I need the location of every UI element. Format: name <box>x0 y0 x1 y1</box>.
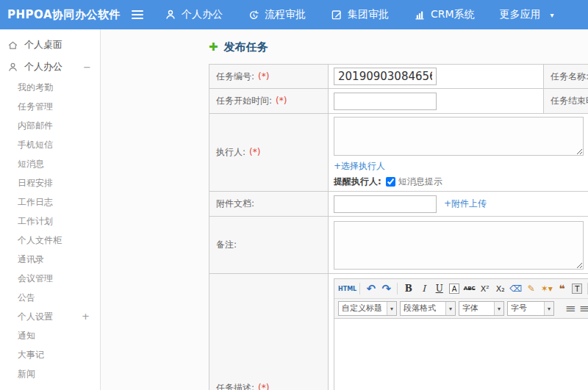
bold-button[interactable]: B <box>401 281 416 297</box>
blockquote-button[interactable]: ❝ <box>554 281 570 297</box>
required-mark: (*) <box>276 95 287 106</box>
nav-item-personal-office[interactable]: 个人办公 <box>165 8 223 21</box>
form-row-task-number: 任务编号:(*) 任务名称:(*) <box>209 65 588 89</box>
sidebar-item-label: 公告 <box>18 288 90 307</box>
font-style-button[interactable]: A <box>449 284 459 294</box>
underline-button[interactable]: U <box>431 281 447 297</box>
sidebar-item-mobile-sms[interactable]: 手机短信 <box>0 135 100 154</box>
italic-button[interactable]: I <box>416 281 431 297</box>
sidebar-item-label: 通讯录 <box>18 250 90 269</box>
editor-content-area[interactable] <box>334 319 588 390</box>
expand-icon[interactable]: + <box>82 307 90 326</box>
sidebar-item-label: 会议管理 <box>18 269 90 288</box>
attachment-upload-link[interactable]: +附件上传 <box>444 198 487 210</box>
attachment-input[interactable] <box>334 195 437 213</box>
paste-plain-button[interactable]: T <box>572 284 582 294</box>
sidebar-item-label: 个人文件柜 <box>18 231 90 250</box>
page-layout: 个人桌面 个人办公 − 我的考勤 任务管理 <box>0 29 588 390</box>
custom-title-select[interactable]: 自定义标题 <box>338 301 397 316</box>
editor-dropdowns: 自定义标题 段落格式 <box>338 301 554 316</box>
sidebar-item-label: 短消息 <box>18 154 90 173</box>
remove-format-button[interactable]: ⌫ <box>508 281 523 297</box>
sidebar-item-label: 手机短信 <box>18 135 90 154</box>
sidebar-item-work-log[interactable]: 工作日志 <box>0 192 100 212</box>
sidebar-item-short-message[interactable]: 短消息 <box>0 154 100 173</box>
task-name-label: 任务名称: <box>551 71 588 82</box>
redo-button[interactable]: ↷ <box>379 281 394 297</box>
align-center-button[interactable]: ≡ <box>578 302 588 315</box>
quick-style-button[interactable]: ✶▾ <box>539 281 554 297</box>
undo-button[interactable]: ↶ <box>363 281 379 297</box>
choose-executor-link[interactable]: +选择执行人 <box>334 161 385 171</box>
nav-item-group-approval[interactable]: 集团审批 <box>331 8 389 21</box>
format-brush-button[interactable]: ✎ <box>523 281 539 297</box>
subscript-button[interactable]: X₂ <box>492 281 508 297</box>
sidebar-item-label: 新闻 <box>18 364 90 383</box>
sidebar-item-personal-settings[interactable]: 个人设置 + <box>0 307 100 326</box>
strikethrough-button[interactable]: ABC <box>462 281 477 297</box>
start-time-input[interactable] <box>334 93 437 110</box>
chevron-down-icon <box>387 302 396 315</box>
chevron-down-icon <box>544 302 553 315</box>
start-time-label: 任务开始时间: <box>216 95 272 106</box>
superscript-button[interactable]: X² <box>477 281 492 297</box>
app-logo[interactable]: PHPOA协同办公软件 <box>0 8 126 22</box>
required-mark: (*) <box>258 383 269 390</box>
add-icon <box>209 42 218 53</box>
menu-toggle-button[interactable] <box>126 10 148 19</box>
sidebar-item-contacts[interactable]: 通讯录 <box>0 250 100 269</box>
font-size-select[interactable]: 字号 <box>507 301 554 316</box>
remark-label: 备注: <box>216 239 237 250</box>
sms-remind-checkbox[interactable] <box>386 177 395 187</box>
remark-textarea[interactable] <box>334 221 584 270</box>
sidebar-item-task-management[interactable]: 任务管理 <box>0 97 100 116</box>
source-code-button[interactable]: HTML <box>338 281 356 297</box>
sidebar-item-meeting-management[interactable]: 会议管理 <box>0 269 100 288</box>
sidebar-item-personal-desktop[interactable]: 个人桌面 <box>0 34 100 56</box>
chevron-down-icon <box>551 11 554 19</box>
sidebar-item-personal-files[interactable]: 个人文件柜 <box>0 231 100 250</box>
history-clock-icon <box>248 9 259 21</box>
form-row-description: 任务描述:(*) HTML ↶ <box>209 274 588 390</box>
sidebar-item-personal-office[interactable]: 个人办公 − <box>0 56 100 78</box>
sidebar-item-work-plan[interactable]: 工作计划 <box>0 212 100 231</box>
nav-item-label: 集团审批 <box>348 8 389 21</box>
remind-executor-label: 提醒执行人: <box>334 176 381 188</box>
paragraph-format-select[interactable]: 段落格式 <box>400 301 456 316</box>
sidebar-item-announcement[interactable]: 公告 <box>0 288 100 307</box>
nav-item-more-apps[interactable]: 更多应用 <box>500 8 554 21</box>
navbar-menu: 个人办公 流程审批 集团审批 CRM系统 <box>165 8 579 21</box>
sidebar-item-notice[interactable]: 通知 <box>0 326 100 345</box>
sidebar-item-label: 工作日志 <box>18 192 90 212</box>
chevron-down-icon <box>445 302 455 315</box>
nav-item-workflow-approval[interactable]: 流程审批 <box>248 8 306 21</box>
executor-label: 执行人: <box>216 147 245 157</box>
home-icon <box>7 40 18 51</box>
sidebar-item-my-attendance[interactable]: 我的考勤 <box>0 78 100 97</box>
sidebar-item-big-events[interactable]: 大事记 <box>0 345 100 364</box>
align-left-button[interactable]: ≡ <box>565 302 576 315</box>
nav-item-crm-system[interactable]: CRM系统 <box>414 8 475 21</box>
sidebar-item-label: 通知 <box>18 326 90 345</box>
editor-toolbar-row2: 自定义标题 段落格式 <box>334 299 588 319</box>
form-row-executor: 执行人:(*) +选择执行人 提醒执行人: 短消息提示 <box>209 114 588 192</box>
sidebar-item-internal-mail[interactable]: 内部邮件 <box>0 116 100 135</box>
required-mark: (*) <box>249 147 260 157</box>
bar-chart-icon <box>414 9 426 21</box>
hamburger-icon <box>132 10 143 12</box>
sidebar-item-news[interactable]: 新闻 <box>0 364 100 383</box>
nav-item-label: CRM系统 <box>431 8 475 21</box>
sidebar-item-schedule[interactable]: 日程安排 <box>0 173 100 192</box>
collapse-icon[interactable]: − <box>83 62 91 73</box>
sidebar-item-label: 个人设置 <box>18 307 82 326</box>
form-row-task-time: 任务开始时间:(*) 任务结束时间:(*) <box>209 89 588 114</box>
task-number-input[interactable] <box>334 68 437 85</box>
executor-textarea[interactable] <box>334 117 584 156</box>
chevron-down-icon <box>494 302 503 315</box>
dropdown-label: 字号 <box>508 302 544 315</box>
sidebar: 个人桌面 个人办公 − 我的考勤 任务管理 <box>0 29 101 390</box>
font-family-select[interactable]: 字体 <box>459 301 504 316</box>
toolbar-separator <box>397 283 398 295</box>
sidebar-item-label: 我的考勤 <box>18 78 90 97</box>
dropdown-label: 段落格式 <box>401 302 445 315</box>
